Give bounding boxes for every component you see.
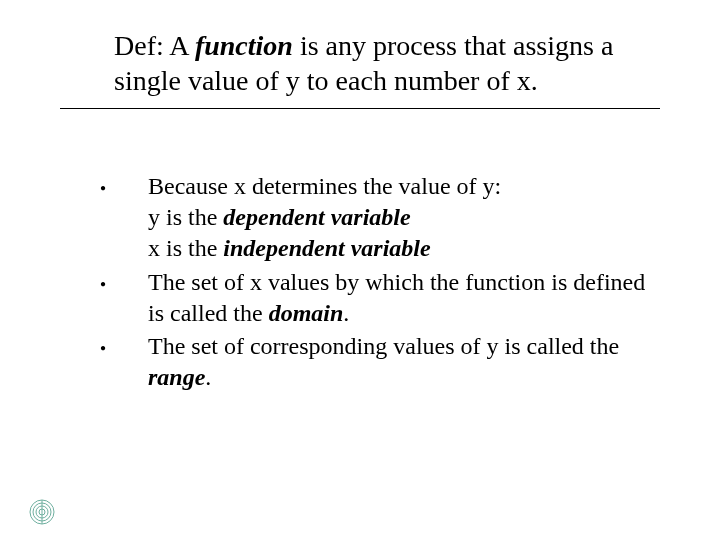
text-line: The set of corresponding values of y is … [148,333,619,359]
text-em: dependent variable [223,204,410,230]
bullet-icon: ● [100,331,148,354]
bullet-text: Because x determines the value of y: y i… [148,171,650,265]
title-text-em: function [195,30,293,61]
text-line: x is the [148,235,223,261]
slide: Def: A function is any process that assi… [0,0,720,540]
text-em: domain [269,300,344,326]
text-line: Because x determines the value of y: [148,173,501,199]
bullet-text: The set of corresponding values of y is … [148,331,650,393]
list-item: ● Because x determines the value of y: y… [100,171,650,265]
list-item: ● The set of corresponding values of y i… [100,331,650,393]
list-item: ● The set of x values by which the funct… [100,267,650,329]
text-em: range [148,364,205,390]
text-line: . [205,364,211,390]
bullet-icon: ● [100,171,148,194]
title-text-pre: Def: A [114,30,195,61]
bullet-text: The set of x values by which the functio… [148,267,650,329]
corner-ornament-icon [28,498,56,526]
text-line: The set of x values by which the functio… [148,269,645,326]
slide-title: Def: A function is any process that assi… [60,28,660,109]
slide-body: ● Because x determines the value of y: y… [60,171,660,393]
text-line: y is the [148,204,223,230]
text-line: . [343,300,349,326]
bullet-icon: ● [100,267,148,290]
text-em: independent variable [223,235,430,261]
